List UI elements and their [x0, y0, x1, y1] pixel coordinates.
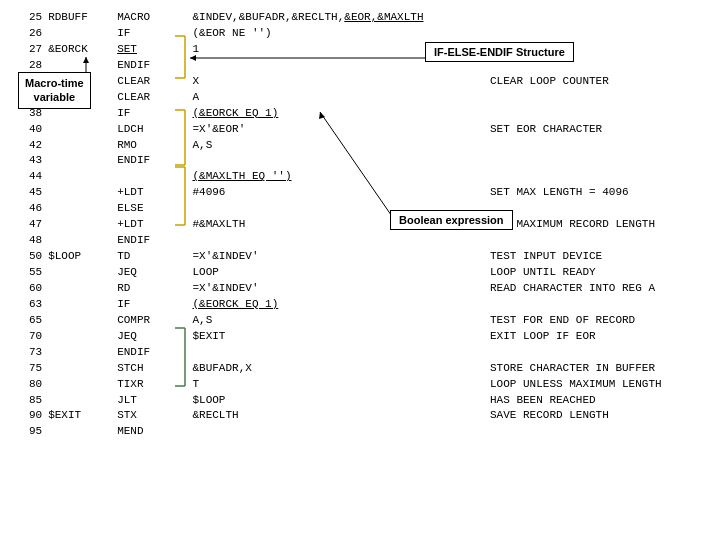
- table-row: 60 RD =X'&INDEV' READ CHARACTER INTO REG…: [10, 281, 710, 297]
- table-row: 47 +LDT #&MAXLTH SET MAXIMUM RECORD LENG…: [10, 217, 710, 233]
- label-col: [45, 138, 114, 154]
- line-num: 43: [10, 153, 45, 169]
- operand-col: [189, 233, 487, 249]
- operand-col: &BUFADR,X: [189, 361, 487, 377]
- table-row: 28 ENDIF: [10, 58, 710, 74]
- table-row: 46 ELSE: [10, 201, 710, 217]
- if-else-callout: IF-ELSE-ENDIF Structure: [425, 42, 574, 62]
- table-row: 65 COMPR A,S TEST FOR END OF RECORD: [10, 313, 710, 329]
- mnemonic-col: COMPR: [114, 313, 189, 329]
- operand-col: [189, 345, 487, 361]
- macro-time-label: Macro-timevariable: [25, 77, 84, 103]
- table-row: 26 IF (&EOR NE ''): [10, 26, 710, 42]
- label-col: [45, 281, 114, 297]
- macro-time-callout: Macro-timevariable: [18, 72, 91, 109]
- comment-col: TEST FOR END OF RECORD: [487, 313, 710, 329]
- line-num: 48: [10, 233, 45, 249]
- mnemonic-col: JEQ: [114, 329, 189, 345]
- line-num: 26: [10, 26, 45, 42]
- comment-col: [487, 201, 710, 217]
- set-underline: SET: [117, 43, 137, 55]
- operand-col: LOOP: [189, 265, 487, 281]
- operand-col: [189, 153, 487, 169]
- comment-col: EXIT LOOP IF EOR: [487, 329, 710, 345]
- table-row: CLEAR A: [10, 90, 710, 106]
- operand-col: &RECLTH: [189, 408, 487, 424]
- label-col: $EXIT: [45, 408, 114, 424]
- comment-col: [487, 153, 710, 169]
- code-area: 25 RDBUFF MACRO &INDEV,&BUFADR,&RECLTH,&…: [10, 10, 710, 530]
- label-col: [45, 361, 114, 377]
- line-num: 73: [10, 345, 45, 361]
- label-col: RDBUFF: [45, 10, 114, 26]
- eorck-eq-1-b: (&EORCK EQ 1): [192, 298, 278, 310]
- comment-col: STORE CHARACTER IN BUFFER: [487, 361, 710, 377]
- line-num: 63: [10, 297, 45, 313]
- label-col: [45, 393, 114, 409]
- label-col: [45, 169, 114, 185]
- mnemonic-col: ENDIF: [114, 153, 189, 169]
- comment-col: TEST INPUT DEVICE: [487, 249, 710, 265]
- operand-col: (&EOR NE ''): [189, 26, 487, 42]
- operand-col: =X'&INDEV': [189, 281, 487, 297]
- table-row: 75 STCH &BUFADR,X STORE CHARACTER IN BUF…: [10, 361, 710, 377]
- line-num: 46: [10, 201, 45, 217]
- operand-col: &INDEV,&BUFADR,&RECLTH,&EOR,&MAXLTH: [189, 10, 487, 26]
- comment-col: LOOP UNTIL READY: [487, 265, 710, 281]
- label-col: [45, 233, 114, 249]
- line-num: 40: [10, 122, 45, 138]
- label-col: [45, 185, 114, 201]
- table-row: 90 $EXIT STX &RECLTH SAVE RECORD LENGTH: [10, 408, 710, 424]
- table-row: 43 ENDIF: [10, 153, 710, 169]
- operand-col: (&EORCK EQ 1): [189, 106, 487, 122]
- mnemonic-col: +LDT: [114, 185, 189, 201]
- comment-col: CLEAR LOOP COUNTER: [487, 74, 710, 90]
- label-col: [45, 329, 114, 345]
- mnemonic-col: RD: [114, 281, 189, 297]
- line-num: 55: [10, 265, 45, 281]
- comment-col: [487, 297, 710, 313]
- mnemonic-col: IF: [114, 26, 189, 42]
- comment-col: SET EOR CHARACTER: [487, 122, 710, 138]
- mnemonic-col: JLT: [114, 393, 189, 409]
- line-num: 45: [10, 185, 45, 201]
- mnemonic-col: TIXR: [114, 377, 189, 393]
- mnemonic-col: +LDT: [114, 217, 189, 233]
- label-col: $LOOP: [45, 249, 114, 265]
- operand-col: A,S: [189, 313, 487, 329]
- comment-col: SAVE RECORD LENGTH: [487, 408, 710, 424]
- mnemonic-col: ENDIF: [114, 345, 189, 361]
- main-container: 25 RDBUFF MACRO &INDEV,&BUFADR,&RECLTH,&…: [0, 0, 720, 540]
- if-else-label: IF-ELSE-ENDIF Structure: [434, 46, 565, 58]
- line-num: 70: [10, 329, 45, 345]
- label-col: [45, 26, 114, 42]
- table-row: 73 ENDIF: [10, 345, 710, 361]
- mnemonic-col: MEND: [114, 424, 189, 440]
- comment-col: [487, 26, 710, 42]
- table-row: 25 RDBUFF MACRO &INDEV,&BUFADR,&RECLTH,&…: [10, 10, 710, 26]
- line-num: 60: [10, 281, 45, 297]
- label-col: [45, 313, 114, 329]
- mnemonic-col: MACRO: [114, 10, 189, 26]
- line-num: 27: [10, 42, 45, 58]
- underline-text: &EOR,&MAXLTH: [344, 11, 423, 23]
- operand-col: =X'&INDEV': [189, 249, 487, 265]
- table-row: 44 (&MAXLTH EQ ''): [10, 169, 710, 185]
- label-col: [45, 424, 114, 440]
- mnemonic-col: STX: [114, 408, 189, 424]
- operand-col: (&MAXLTH EQ ''): [189, 169, 487, 185]
- table-row: 85 JLT $LOOP HAS BEEN REACHED: [10, 393, 710, 409]
- operand-col: $EXIT: [189, 329, 487, 345]
- table-row: 70 JEQ $EXIT EXIT LOOP IF EOR: [10, 329, 710, 345]
- table-row: 38 IF (&EORCK EQ 1): [10, 106, 710, 122]
- line-num: 95: [10, 424, 45, 440]
- label-col: [45, 377, 114, 393]
- operand-col: $LOOP: [189, 393, 487, 409]
- maxlth-eq: (&MAXLTH EQ ''): [192, 170, 291, 182]
- line-num: 80: [10, 377, 45, 393]
- boolean-expr-label: Boolean expression: [399, 214, 504, 226]
- table-row: 42 RMO A,S: [10, 138, 710, 154]
- line-num: 42: [10, 138, 45, 154]
- label-col: [45, 345, 114, 361]
- comment-col: SET MAXIMUM RECORD LENGTH: [487, 217, 710, 233]
